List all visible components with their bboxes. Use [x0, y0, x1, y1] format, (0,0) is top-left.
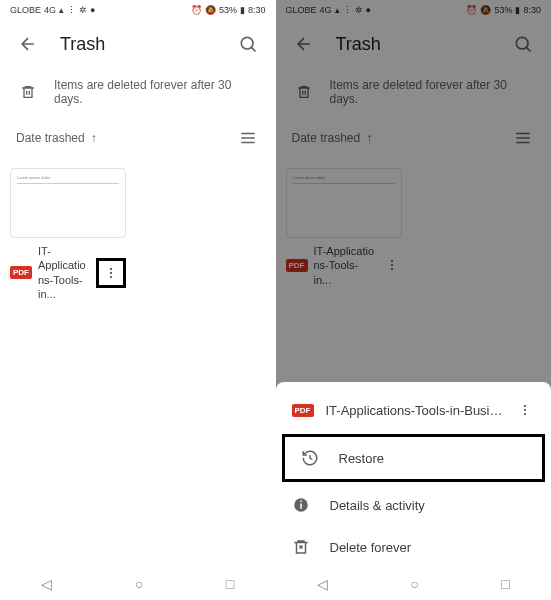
page-title: Trash [60, 34, 216, 55]
restore-button[interactable]: Restore [285, 437, 543, 479]
svg-point-0 [241, 37, 253, 49]
screen-trash-grid: GLOBE 4G ▴ ⋮ ✲ ● ⏰ 🔕 53% ▮ 8:30 Trash It… [0, 0, 276, 600]
back-button[interactable] [16, 32, 40, 56]
details-button[interactable]: Details & activity [276, 484, 552, 526]
pdf-badge: PDF [292, 404, 314, 417]
svg-point-14 [524, 405, 526, 407]
nav-bar: ◁ ○ □ [276, 568, 552, 600]
info-icon [292, 496, 312, 514]
trash-icon [20, 84, 36, 100]
svg-point-4 [110, 267, 112, 269]
sort-row: Date trashed ↑ [0, 116, 276, 158]
battery-icon: ▮ [240, 5, 245, 15]
alarm-icon: ⏰ [191, 5, 202, 15]
sort-label: Date trashed [16, 131, 85, 145]
dnd-icon: 🔕 [205, 5, 216, 15]
status-bar: GLOBE 4G ▴ ⋮ ✲ ● ⏰ 🔕 53% ▮ 8:30 [0, 0, 276, 20]
more-button-highlight [96, 258, 126, 288]
svg-rect-19 [300, 501, 302, 503]
dot-icon: ● [90, 5, 95, 15]
screen-trash-sheet: GLOBE 4G ▴ ⋮ ✲ ● ⏰ 🔕 53% ▮ 8:30 Trash It… [276, 0, 552, 600]
file-grid: Lorem ipsum dolor PDF IT-Applicatio ns-T… [0, 158, 276, 317]
nav-back[interactable]: ◁ [41, 576, 52, 592]
nav-recent[interactable]: □ [501, 576, 509, 592]
more-options-button[interactable] [101, 263, 121, 283]
nav-home[interactable]: ○ [410, 576, 418, 592]
nav-bar: ◁ ○ □ [0, 568, 276, 600]
info-bar: Items are deleted forever after 30 days. [0, 68, 276, 116]
restore-label: Restore [339, 451, 385, 466]
file-item[interactable]: Lorem ipsum dolor PDF IT-Applicatio ns-T… [10, 168, 126, 307]
sheet-more-button[interactable] [515, 400, 535, 420]
restore-highlight: Restore [282, 434, 546, 482]
file-name: IT-Applicatio ns-Tools-in... [38, 244, 90, 301]
delete-label: Delete forever [330, 540, 412, 555]
battery-pct: 53% [219, 5, 237, 15]
delete-icon [292, 538, 312, 556]
svg-point-16 [524, 413, 526, 415]
wifi-icon: ⋮ [67, 5, 76, 15]
carrier-label: GLOBE [10, 5, 41, 15]
sheet-header: PDF IT-Applications-Tools-in-Business-..… [276, 392, 552, 432]
sheet-file-name: IT-Applications-Tools-in-Business-... [326, 403, 504, 418]
file-thumbnail: Lorem ipsum dolor [10, 168, 126, 238]
details-label: Details & activity [330, 498, 425, 513]
arrow-up-icon: ↑ [91, 131, 97, 145]
search-button[interactable] [236, 32, 260, 56]
svg-point-6 [110, 276, 112, 278]
app-bar: Trash [0, 20, 276, 68]
signal-icon: ▴ [59, 5, 64, 15]
bottom-sheet: PDF IT-Applications-Tools-in-Business-..… [276, 382, 552, 568]
nav-home[interactable]: ○ [135, 576, 143, 592]
pdf-badge: PDF [10, 266, 32, 279]
svg-rect-2 [241, 137, 255, 139]
nav-back[interactable]: ◁ [317, 576, 328, 592]
info-message: Items are deleted forever after 30 days. [54, 78, 256, 106]
sort-button[interactable]: Date trashed ↑ [16, 131, 97, 145]
delete-forever-button[interactable]: Delete forever [276, 526, 552, 568]
svg-point-5 [110, 271, 112, 273]
view-toggle-button[interactable] [236, 126, 260, 150]
network-label: 4G [44, 5, 56, 15]
svg-rect-3 [241, 142, 255, 144]
svg-rect-1 [241, 133, 255, 135]
sync-icon: ✲ [79, 5, 87, 15]
svg-rect-18 [300, 504, 302, 509]
svg-point-15 [524, 409, 526, 411]
nav-recent[interactable]: □ [226, 576, 234, 592]
clock: 8:30 [248, 5, 266, 15]
restore-icon [301, 449, 321, 467]
